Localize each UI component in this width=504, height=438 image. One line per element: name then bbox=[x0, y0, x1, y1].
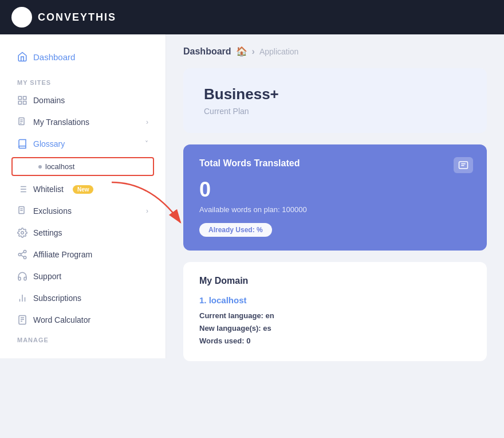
sidebar-item-glossary[interactable]: Glossary ˅ bbox=[0, 133, 166, 155]
domain-item-name[interactable]: 1. localhost bbox=[199, 295, 471, 305]
words-used-value: 0 bbox=[246, 337, 250, 345]
current-language-row: Current language: en bbox=[199, 310, 471, 322]
svg-rect-4 bbox=[18, 101, 21, 104]
sidebar-item-exclusions[interactable]: Exclusions › bbox=[0, 200, 166, 222]
plan-card: Business+ Current Plan bbox=[183, 68, 487, 133]
whitelist-icon bbox=[17, 184, 27, 194]
sidebar-item-dashboard[interactable]: Dashboard bbox=[0, 46, 166, 68]
affiliate-icon bbox=[17, 249, 27, 260]
domains-label: Domains bbox=[33, 96, 65, 105]
exclusions-chevron: › bbox=[146, 207, 148, 215]
new-languages-label: New language(s): bbox=[199, 324, 261, 333]
word-calculator-icon bbox=[17, 315, 27, 325]
words-available: Available words on plan: 100000 bbox=[199, 205, 471, 214]
domain-card-title: My Domain bbox=[199, 276, 471, 286]
svg-point-1 bbox=[20, 15, 23, 19]
sidebar-item-support[interactable]: Support bbox=[0, 265, 166, 287]
logo-text: CONVEYTHIS bbox=[38, 11, 116, 24]
home-icon bbox=[17, 52, 27, 62]
words-card-title: Total Words Translated bbox=[199, 158, 471, 169]
plan-label: Current Plan bbox=[204, 107, 466, 116]
logo-icon bbox=[11, 7, 32, 28]
svg-point-20 bbox=[23, 251, 26, 253]
plan-name: Business+ bbox=[204, 85, 466, 103]
svg-point-19 bbox=[21, 232, 24, 234]
whitelist-badge: New bbox=[73, 185, 94, 194]
my-translations-icon bbox=[17, 117, 27, 127]
my-translations-chevron: › bbox=[146, 118, 148, 126]
words-card-icon bbox=[454, 157, 473, 173]
subscriptions-icon bbox=[17, 293, 27, 303]
sidebar-item-localhost[interactable]: localhost bbox=[11, 157, 154, 176]
breadcrumb-sub: Application bbox=[259, 47, 299, 56]
localhost-label: localhost bbox=[45, 162, 74, 171]
svg-line-23 bbox=[21, 255, 23, 257]
sidebar: Dashboard MY SITES Domains bbox=[0, 34, 166, 358]
main-layout: Dashboard MY SITES Domains bbox=[0, 34, 504, 438]
breadcrumb-separator: › bbox=[252, 46, 255, 57]
breadcrumb-main: Dashboard bbox=[183, 46, 231, 57]
settings-label: Settings bbox=[33, 228, 62, 237]
sidebar-wrapper: Dashboard MY SITES Domains bbox=[0, 34, 166, 438]
domain-card: My Domain 1. localhost Current language:… bbox=[183, 262, 487, 361]
manage-section-label: MANAGE bbox=[0, 331, 166, 347]
sidebar-item-my-translations[interactable]: My Translations › bbox=[0, 111, 166, 133]
words-used-row: Words used: 0 bbox=[199, 335, 471, 347]
localhost-dot bbox=[38, 165, 42, 169]
glossary-icon bbox=[17, 139, 27, 149]
breadcrumb: Dashboard 🏠 › Application bbox=[183, 46, 487, 57]
glossary-chevron: ˅ bbox=[145, 140, 148, 148]
whitelist-label: Whitelist bbox=[33, 185, 64, 194]
svg-point-21 bbox=[18, 253, 21, 256]
word-calculator-label: Word Calculator bbox=[33, 315, 90, 324]
domain-meta: Current language: en New language(s): es… bbox=[199, 310, 471, 347]
svg-rect-5 bbox=[23, 101, 26, 104]
exclusions-icon bbox=[17, 206, 27, 216]
sidebar-item-whitelist[interactable]: Whitelist New bbox=[0, 178, 166, 200]
words-card: Total Words Translated 0 Available words… bbox=[183, 144, 487, 251]
app-header: CONVEYTHIS bbox=[0, 0, 504, 34]
sidebar-item-affiliate[interactable]: Affiliate Program bbox=[0, 244, 166, 265]
dashboard-label: Dashboard bbox=[33, 52, 75, 62]
support-label: Support bbox=[33, 272, 61, 281]
sidebar-item-subscriptions[interactable]: Subscriptions bbox=[0, 287, 166, 309]
sidebar-item-word-calculator[interactable]: Word Calculator bbox=[0, 309, 166, 331]
subscriptions-label: Subscriptions bbox=[33, 294, 81, 303]
svg-rect-2 bbox=[18, 96, 21, 99]
domains-icon bbox=[17, 95, 27, 105]
new-languages-row: New language(s): es bbox=[199, 322, 471, 335]
words-count: 0 bbox=[199, 178, 471, 202]
exclusions-label: Exclusions bbox=[33, 206, 72, 216]
support-icon bbox=[17, 271, 27, 281]
already-used-button[interactable]: Already Used: % bbox=[199, 223, 272, 237]
home-breadcrumb-icon: 🏠 bbox=[236, 46, 247, 57]
svg-line-24 bbox=[21, 252, 23, 254]
svg-rect-3 bbox=[23, 96, 26, 99]
sidebar-item-domains[interactable]: Domains bbox=[0, 89, 166, 111]
my-sites-section-label: MY SITES bbox=[0, 73, 166, 89]
settings-icon bbox=[17, 228, 27, 238]
current-language-value: en bbox=[266, 311, 274, 320]
affiliate-label: Affiliate Program bbox=[33, 250, 92, 259]
my-translations-label: My Translations bbox=[33, 118, 89, 127]
current-language-label: Current language: bbox=[199, 311, 263, 320]
words-used-label: Words used: bbox=[199, 337, 245, 345]
sidebar-item-settings[interactable]: Settings bbox=[0, 222, 166, 244]
main-content: Dashboard 🏠 › Application Business+ Curr… bbox=[166, 34, 504, 438]
logo: CONVEYTHIS bbox=[11, 7, 116, 28]
glossary-label: Glossary bbox=[33, 139, 65, 148]
svg-point-22 bbox=[23, 256, 26, 259]
new-languages-value: es bbox=[263, 324, 271, 333]
